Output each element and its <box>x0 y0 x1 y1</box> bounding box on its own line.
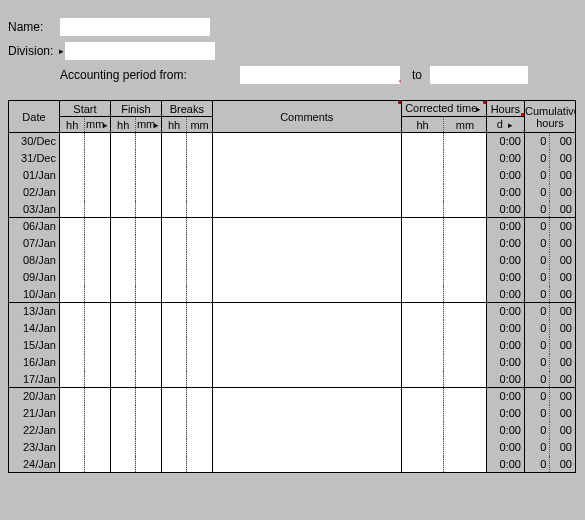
comments-cell[interactable] <box>212 201 401 218</box>
breaks-mm-cell[interactable] <box>187 456 212 473</box>
finish-hh-cell[interactable] <box>110 201 135 218</box>
breaks-mm-cell[interactable] <box>187 422 212 439</box>
breaks-mm-cell[interactable] <box>187 320 212 337</box>
finish-hh-cell[interactable] <box>110 235 135 252</box>
ct-mm-cell[interactable] <box>444 456 486 473</box>
breaks-mm-cell[interactable] <box>187 167 212 184</box>
ct-mm-cell[interactable] <box>444 405 486 422</box>
comments-cell[interactable] <box>212 184 401 201</box>
start-mm-cell[interactable] <box>85 388 110 405</box>
breaks-hh-cell[interactable] <box>161 439 186 456</box>
start-hh-cell[interactable] <box>59 337 84 354</box>
finish-mm-cell[interactable] <box>136 269 161 286</box>
ct-hh-cell[interactable] <box>401 269 443 286</box>
comments-cell[interactable] <box>212 354 401 371</box>
start-mm-cell[interactable] <box>85 286 110 303</box>
finish-mm-cell[interactable] <box>136 422 161 439</box>
ct-mm-cell[interactable] <box>444 422 486 439</box>
start-mm-cell[interactable] <box>85 235 110 252</box>
start-hh-cell[interactable] <box>59 422 84 439</box>
ct-mm-cell[interactable] <box>444 133 486 150</box>
finish-mm-cell[interactable] <box>136 371 161 388</box>
ct-mm-cell[interactable] <box>444 439 486 456</box>
ct-mm-cell[interactable] <box>444 218 486 235</box>
finish-hh-cell[interactable] <box>110 439 135 456</box>
breaks-hh-cell[interactable] <box>161 422 186 439</box>
comments-cell[interactable] <box>212 167 401 184</box>
finish-hh-cell[interactable] <box>110 167 135 184</box>
breaks-hh-cell[interactable] <box>161 371 186 388</box>
ct-mm-cell[interactable] <box>444 354 486 371</box>
breaks-mm-cell[interactable] <box>187 286 212 303</box>
breaks-hh-cell[interactable] <box>161 286 186 303</box>
breaks-hh-cell[interactable] <box>161 167 186 184</box>
finish-mm-cell[interactable] <box>136 235 161 252</box>
ct-hh-cell[interactable] <box>401 150 443 167</box>
breaks-hh-cell[interactable] <box>161 133 186 150</box>
finish-mm-cell[interactable] <box>136 201 161 218</box>
start-mm-cell[interactable] <box>85 218 110 235</box>
finish-mm-cell[interactable] <box>136 337 161 354</box>
ct-hh-cell[interactable] <box>401 184 443 201</box>
ct-mm-cell[interactable] <box>444 201 486 218</box>
breaks-mm-cell[interactable] <box>187 269 212 286</box>
ct-hh-cell[interactable] <box>401 371 443 388</box>
breaks-hh-cell[interactable] <box>161 184 186 201</box>
start-mm-cell[interactable] <box>85 320 110 337</box>
start-mm-cell[interactable] <box>85 422 110 439</box>
finish-mm-cell[interactable] <box>136 167 161 184</box>
ct-hh-cell[interactable] <box>401 303 443 320</box>
ct-hh-cell[interactable] <box>401 167 443 184</box>
start-mm-cell[interactable] <box>85 354 110 371</box>
breaks-mm-cell[interactable] <box>187 354 212 371</box>
finish-mm-cell[interactable] <box>136 303 161 320</box>
finish-hh-cell[interactable] <box>110 456 135 473</box>
comments-cell[interactable] <box>212 218 401 235</box>
start-hh-cell[interactable] <box>59 150 84 167</box>
finish-mm-cell[interactable] <box>136 218 161 235</box>
ct-hh-cell[interactable] <box>401 320 443 337</box>
start-mm-cell[interactable] <box>85 150 110 167</box>
ct-mm-cell[interactable] <box>444 252 486 269</box>
start-mm-cell[interactable] <box>85 337 110 354</box>
start-hh-cell[interactable] <box>59 167 84 184</box>
comments-cell[interactable] <box>212 303 401 320</box>
comments-cell[interactable] <box>212 388 401 405</box>
comments-cell[interactable] <box>212 286 401 303</box>
finish-hh-cell[interactable] <box>110 405 135 422</box>
finish-mm-cell[interactable] <box>136 388 161 405</box>
breaks-mm-cell[interactable] <box>187 405 212 422</box>
comments-cell[interactable] <box>212 269 401 286</box>
ct-hh-cell[interactable] <box>401 388 443 405</box>
start-mm-cell[interactable] <box>85 439 110 456</box>
start-hh-cell[interactable] <box>59 201 84 218</box>
start-hh-cell[interactable] <box>59 303 84 320</box>
ct-hh-cell[interactable] <box>401 354 443 371</box>
start-hh-cell[interactable] <box>59 286 84 303</box>
breaks-mm-cell[interactable] <box>187 218 212 235</box>
finish-mm-cell[interactable] <box>136 252 161 269</box>
comments-cell[interactable] <box>212 439 401 456</box>
start-hh-cell[interactable] <box>59 235 84 252</box>
period-to-input[interactable] <box>430 66 528 84</box>
finish-hh-cell[interactable] <box>110 218 135 235</box>
breaks-hh-cell[interactable] <box>161 235 186 252</box>
comments-cell[interactable] <box>212 422 401 439</box>
ct-mm-cell[interactable] <box>444 286 486 303</box>
finish-hh-cell[interactable] <box>110 388 135 405</box>
comments-cell[interactable] <box>212 371 401 388</box>
start-hh-cell[interactable] <box>59 405 84 422</box>
ct-mm-cell[interactable] <box>444 388 486 405</box>
comments-cell[interactable] <box>212 150 401 167</box>
breaks-hh-cell[interactable] <box>161 218 186 235</box>
start-mm-cell[interactable] <box>85 133 110 150</box>
comments-cell[interactable] <box>212 320 401 337</box>
finish-mm-cell[interactable] <box>136 184 161 201</box>
finish-hh-cell[interactable] <box>110 320 135 337</box>
start-mm-cell[interactable] <box>85 405 110 422</box>
start-hh-cell[interactable] <box>59 252 84 269</box>
start-mm-cell[interactable] <box>85 184 110 201</box>
start-hh-cell[interactable] <box>59 371 84 388</box>
breaks-hh-cell[interactable] <box>161 201 186 218</box>
start-mm-cell[interactable] <box>85 456 110 473</box>
